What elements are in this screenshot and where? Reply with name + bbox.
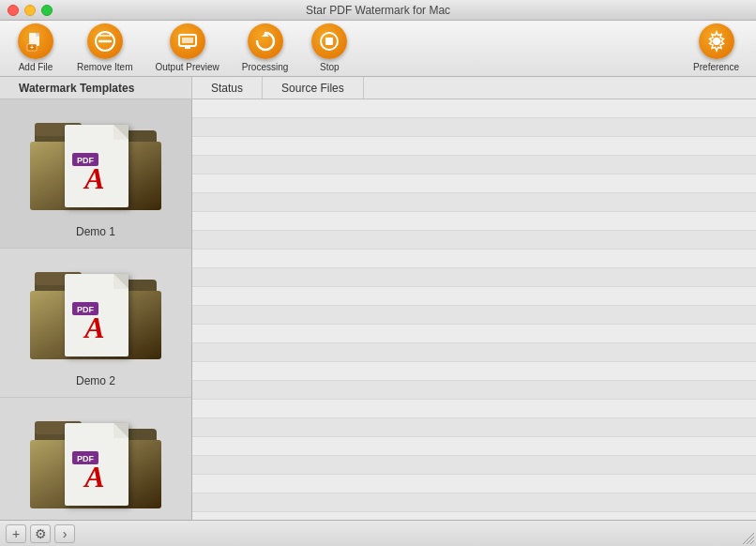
tabs-row: Watermark Templates Status Source Files — [0, 77, 756, 99]
stripe-row — [192, 118, 756, 137]
stripe-row — [192, 362, 756, 381]
settings-button[interactable]: ⚙ — [30, 524, 51, 543]
stripe-row — [192, 493, 756, 512]
minimize-button[interactable] — [24, 5, 36, 16]
template-demo1-icon: PDF A — [23, 109, 169, 221]
stripe-row — [192, 325, 756, 343]
stripe-row — [192, 212, 756, 231]
maximize-button[interactable] — [41, 5, 53, 16]
svg-rect-9 — [182, 38, 193, 43]
add-file-button[interactable]: + Add File — [8, 20, 64, 77]
toolbar-right: Preference — [684, 20, 748, 77]
window-title: Star PDF Watermark for Mac — [306, 4, 450, 17]
processing-icon — [248, 23, 283, 59]
stripe-row — [192, 456, 756, 475]
bottom-bar: + ⚙ › — [0, 520, 756, 546]
output-preview-button[interactable]: Output Preview — [145, 20, 228, 77]
svg-text:A: A — [83, 161, 104, 195]
content-split: PDF A Demo 1 — [0, 99, 756, 520]
stripe-row — [192, 437, 756, 456]
stripe-row — [192, 250, 756, 268]
template-demo2[interactable]: PDF A Demo 2 — [0, 249, 191, 398]
template-demo2-label: Demo 2 — [76, 374, 115, 387]
template-demo1-label: Demo 1 — [76, 225, 115, 238]
svg-line-44 — [747, 537, 754, 544]
stripe-row — [192, 400, 756, 418]
remove-item-icon — [87, 23, 123, 59]
stripe-row — [192, 343, 756, 362]
template-demo2-icon: PDF A — [23, 258, 169, 371]
template-2q[interactable]: PDF A 2q — [0, 398, 191, 520]
stripe-row — [192, 418, 756, 437]
traffic-lights — [8, 5, 53, 16]
stop-icon — [311, 23, 347, 59]
resize-handle[interactable] — [741, 531, 756, 546]
expand-button[interactable]: › — [54, 524, 75, 543]
processing-label: Processing — [242, 62, 288, 73]
template-demo1[interactable]: PDF A Demo 1 — [0, 99, 191, 249]
preference-label: Preference — [693, 62, 739, 73]
stripe-row — [192, 306, 756, 325]
watermark-templates-header: Watermark Templates — [0, 77, 192, 99]
add-file-label: Add File — [19, 62, 53, 73]
stripe-row — [192, 231, 756, 250]
stop-button[interactable]: Stop — [301, 20, 357, 77]
stripe-row — [192, 512, 756, 520]
stripe-row — [192, 156, 756, 174]
svg-rect-14 — [325, 38, 333, 45]
stripe-row — [192, 268, 756, 287]
chevron-icon: › — [63, 526, 68, 541]
stripe-row — [192, 137, 756, 156]
stripe-row — [192, 99, 756, 118]
close-button[interactable] — [8, 5, 19, 16]
main-content: Watermark Templates Status Source Files — [0, 77, 756, 546]
toolbar: + Add File Remove Item — [0, 21, 756, 77]
left-panel: PDF A Demo 1 — [0, 99, 192, 520]
right-panel — [192, 99, 756, 520]
processing-button[interactable]: Processing — [233, 20, 297, 77]
remove-item-label: Remove Item — [77, 62, 132, 73]
remove-item-button[interactable]: Remove Item — [68, 20, 142, 77]
plus-icon: + — [12, 526, 20, 541]
stripe-row — [192, 193, 756, 212]
template-2q-icon: PDF A — [23, 407, 169, 520]
svg-line-45 — [750, 540, 754, 544]
stripe-row — [192, 475, 756, 493]
stripe-row — [192, 381, 756, 400]
preference-button[interactable]: Preference — [684, 20, 748, 77]
tab-source-files[interactable]: Source Files — [263, 77, 364, 99]
add-template-button[interactable]: + — [6, 524, 26, 543]
output-preview-icon — [170, 23, 205, 59]
stop-label: Stop — [320, 62, 340, 73]
tab-status[interactable]: Status — [192, 77, 263, 99]
svg-text:A: A — [83, 311, 104, 344]
title-bar: Star PDF Watermark for Mac — [0, 0, 756, 21]
stripe-row — [192, 174, 756, 193]
add-file-icon: + — [18, 23, 53, 59]
svg-point-15 — [713, 38, 720, 45]
svg-text:+: + — [30, 44, 34, 51]
output-preview-label: Output Preview — [155, 62, 219, 73]
preference-icon — [699, 23, 734, 59]
stripe-row — [192, 287, 756, 306]
svg-text:A: A — [83, 460, 104, 493]
gear-icon: ⚙ — [35, 526, 47, 541]
toolbar-left: + Add File Remove Item — [8, 20, 357, 77]
